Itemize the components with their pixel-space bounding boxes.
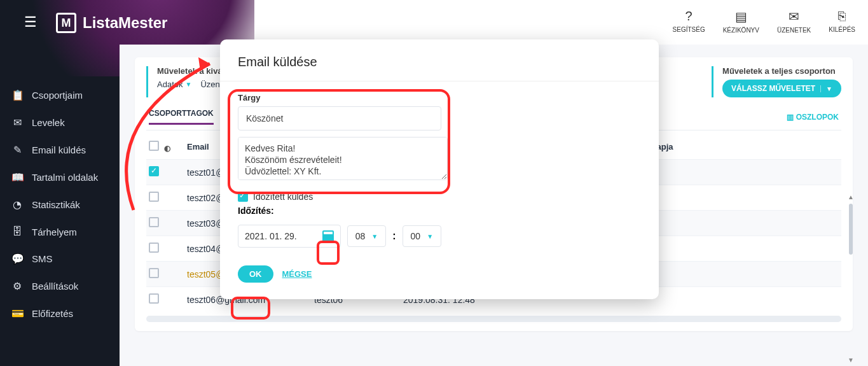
cancel-button[interactable]: MÉGSE xyxy=(282,269,312,279)
logo-mark-icon: M xyxy=(56,13,76,33)
divider xyxy=(220,81,659,81)
row-checkbox[interactable] xyxy=(149,192,159,202)
timing-label: Időzítés: xyxy=(238,206,641,216)
ops-group-title: Műveletek a teljes csoporton xyxy=(722,66,841,76)
columns-icon: ▥ xyxy=(787,113,794,122)
brand-logo: M ListaMester xyxy=(56,13,167,33)
chevron-down-icon: ▼ xyxy=(185,81,191,88)
row-checkbox[interactable] xyxy=(149,217,159,227)
gear-icon: ⚙ xyxy=(11,280,23,292)
select-all-checkbox[interactable] xyxy=(149,141,159,151)
edit-icon: ✎ xyxy=(11,144,23,156)
book-open-icon: 📖 xyxy=(11,171,23,183)
ops-data-dropdown[interactable]: Adatok ▼ xyxy=(157,80,191,89)
ops-msg-dropdown[interactable]: Üzen xyxy=(200,80,219,89)
chevron-down-icon: ▼ xyxy=(427,233,433,240)
body-textarea[interactable] xyxy=(238,137,448,180)
book-icon: ▤ xyxy=(735,9,747,24)
vertical-scrollbar[interactable]: ▲ ▼ xyxy=(849,197,853,360)
chat-icon: 💬 xyxy=(11,253,23,265)
choose-operation-button[interactable]: VÁLASSZ MŰVELETET▼ xyxy=(722,80,841,97)
brand-name: ListaMester xyxy=(83,14,167,32)
help-icon: ? xyxy=(685,9,692,24)
date-picker[interactable]: 2021. 01. 29. xyxy=(238,225,341,248)
tab-members[interactable]: CSOPORTTAGOK xyxy=(149,109,214,125)
ops-selected-title: Műveletek a kivál xyxy=(157,66,224,76)
timed-send-label: Időzített küldés xyxy=(253,192,313,202)
subject-input[interactable] xyxy=(238,106,441,130)
card-icon: 💳 xyxy=(11,307,23,320)
calendar-icon[interactable] xyxy=(322,230,334,242)
time-colon: : xyxy=(392,230,396,242)
header-help[interactable]: ?SEGÍTSÉG xyxy=(673,9,705,34)
header-logout[interactable]: ⎘KILÉPÉS xyxy=(829,9,855,34)
chevron-down-icon: ▼ xyxy=(371,233,378,240)
header-nav: ?SEGÍTSÉG ▤KÉZIKÖNYV ✉ÜZENETEK ⎘KILÉPÉS xyxy=(673,9,855,34)
columns-button[interactable]: ▥ OSZLOPOK xyxy=(787,113,839,122)
ops-selected: Műveletek a kivál Adatok ▼ Üzen xyxy=(146,66,224,97)
scroll-thumb[interactable] xyxy=(849,204,853,255)
header-messages[interactable]: ✉ÜZENETEK xyxy=(777,9,811,34)
subject-label: Tárgy xyxy=(238,93,641,102)
row-checkbox[interactable] xyxy=(149,243,159,253)
logout-icon: ⎘ xyxy=(838,9,846,24)
header-manual[interactable]: ▤KÉZIKÖNYV xyxy=(723,9,759,34)
envelope-icon: ✉ xyxy=(11,116,23,129)
mail-icon: ✉ xyxy=(789,9,799,24)
scroll-down-icon[interactable]: ▼ xyxy=(848,356,854,363)
ops-group: Műveletek a teljes csoporton VÁLASSZ MŰV… xyxy=(712,66,841,97)
modal-title: Email küldése xyxy=(238,55,641,69)
timed-send-checkbox[interactable] xyxy=(238,192,248,202)
hamburger-menu[interactable]: ☰ xyxy=(24,14,41,27)
email-send-modal: Email küldése Tárgy Időzített küldés Idő… xyxy=(220,39,659,299)
halfmoon-icon: ◐ xyxy=(164,144,170,153)
archive-icon: 🗄 xyxy=(11,226,23,237)
row-checkbox[interactable] xyxy=(149,268,159,278)
horizontal-scrollbar[interactable] xyxy=(146,316,841,322)
row-checkbox[interactable] xyxy=(149,166,159,176)
clipboard-icon: 📋 xyxy=(11,89,23,101)
chart-icon: ◔ xyxy=(11,199,23,211)
chevron-down-icon: ▼ xyxy=(820,85,832,92)
scroll-up-icon[interactable]: ▲ xyxy=(848,194,854,201)
hour-select[interactable]: 08▼ xyxy=(347,225,386,247)
ok-button[interactable]: OK xyxy=(238,265,273,283)
minute-select[interactable]: 00▼ xyxy=(403,225,441,247)
date-value: 2021. 01. 29. xyxy=(245,231,297,241)
row-checkbox[interactable] xyxy=(149,293,159,304)
